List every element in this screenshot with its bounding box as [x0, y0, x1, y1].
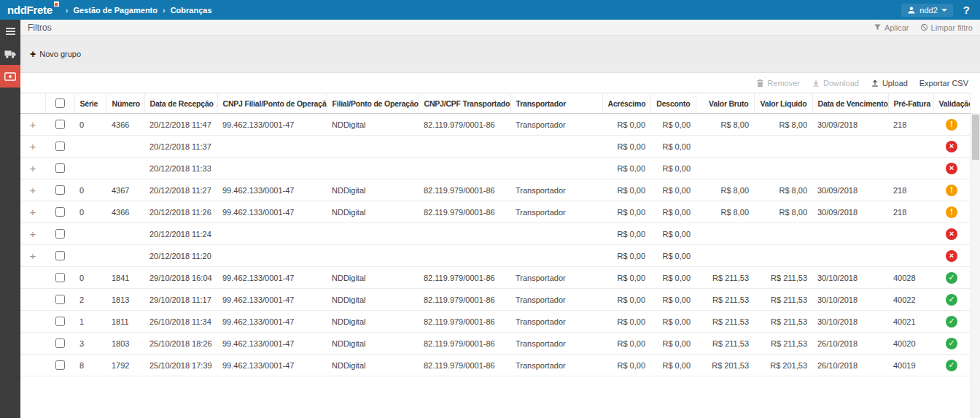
column-header-valor_liquido[interactable]: Valor Líquido	[754, 93, 812, 114]
cell-numero: 1811	[106, 311, 144, 333]
row-checkbox[interactable]	[55, 338, 65, 348]
row-checkbox[interactable]	[55, 360, 65, 370]
new-group-button[interactable]: + Novo grupo	[30, 49, 81, 59]
column-header-validacao[interactable]: Validação	[933, 93, 970, 114]
apply-filter-button[interactable]: Aplicar	[874, 23, 909, 32]
table-row[interactable]: +20/12/2018 11:24R$ 0,00R$ 0,00×	[20, 223, 970, 245]
table-row[interactable]: 3180325/10/2018 18:2699.462.133/0001-47N…	[20, 333, 970, 355]
column-header-acrescimo[interactable]: Acréscimo	[602, 93, 650, 114]
table-row[interactable]: +0436620/12/2018 11:4799.462.133/0001-47…	[20, 114, 970, 136]
breadcrumb: ›Gestão de Pagamento›Cobranças	[66, 6, 212, 15]
expand-row-button[interactable]: +	[30, 118, 36, 131]
download-icon	[812, 79, 820, 88]
filters-header: Filtros Aplicar Limpar filtro	[20, 20, 980, 36]
cell-validacao: ✓	[933, 333, 970, 355]
funnel-icon	[874, 23, 882, 31]
cell-cnpj_transportador: 82.119.979/0001-86	[419, 289, 510, 311]
cell-expand: +	[20, 245, 45, 267]
cell-filial: NDDigital	[327, 179, 419, 201]
column-header-recepcao[interactable]: Data de Recepção↓	[144, 93, 217, 114]
billing-table: SérieNúmeroData de Recepção↓CNPJ Filial/…	[20, 93, 971, 376]
cell-valor_bruto: R$ 211,53	[696, 311, 754, 333]
cell-numero: 4366	[106, 201, 144, 223]
table-row[interactable]: 2181329/10/2018 11:1799.462.133/0001-47N…	[20, 289, 970, 311]
table-row[interactable]: 0184129/10/2018 16:0499.462.133/0001-47N…	[20, 267, 970, 289]
column-header-desconto[interactable]: Desconto	[650, 93, 696, 114]
breadcrumb-item[interactable]: Cobranças	[171, 6, 212, 15]
status-error-icon: ×	[946, 163, 957, 174]
table-row[interactable]: 1181126/10/2018 11:3499.462.133/0001-47N…	[20, 311, 970, 333]
row-checkbox[interactable]	[55, 207, 65, 217]
expand-row-button[interactable]: +	[30, 140, 36, 152]
table-toolbar: Remover Download Upload Exportar CSV	[20, 73, 980, 93]
scrollbar-thumb[interactable]	[972, 115, 979, 160]
vertical-scrollbar[interactable]	[971, 113, 980, 418]
cell-serie: 8	[74, 355, 106, 376]
row-checkbox[interactable]	[55, 142, 65, 151]
table-row[interactable]: 8179225/10/2018 17:3999.462.133/0001-47N…	[20, 355, 970, 376]
export-csv-button[interactable]: Exportar CSV	[919, 79, 968, 88]
sidebar-menu-toggle[interactable]	[0, 20, 20, 42]
expand-row-button[interactable]: +	[30, 162, 36, 174]
expand-row-button[interactable]: +	[30, 228, 36, 240]
expand-row-button[interactable]: +	[30, 184, 36, 196]
column-header-serie[interactable]: Série	[74, 93, 106, 114]
select-all-checkbox[interactable]	[55, 98, 65, 108]
column-header-vencimento[interactable]: Data de Vencimento	[812, 93, 888, 114]
cell-transportador: Transportador	[510, 179, 602, 201]
row-checkbox[interactable]	[55, 295, 65, 304]
column-header-valor_bruto[interactable]: Valor Bruto	[696, 93, 754, 114]
brand-name: nddFrete	[7, 4, 52, 16]
table-row[interactable]: +0436720/12/2018 11:2799.462.133/0001-47…	[20, 179, 970, 201]
cell-desconto: R$ 0,00	[650, 223, 696, 245]
column-header-transportador[interactable]: Transportador	[510, 93, 602, 114]
cell-serie: 2	[74, 289, 106, 311]
cell-checkbox	[45, 114, 74, 136]
expand-row-button[interactable]: +	[30, 249, 36, 262]
row-checkbox[interactable]	[55, 273, 65, 282]
money-icon	[4, 72, 16, 81]
cell-vencimento: 30/10/2018	[812, 267, 888, 289]
sidebar-item-payments[interactable]	[0, 65, 20, 88]
cell-expand: +	[20, 158, 45, 179]
cell-transportador: Transportador	[510, 311, 602, 333]
table-row[interactable]: +20/12/2018 11:37R$ 0,00R$ 0,00×	[20, 136, 970, 158]
column-header-pre_fatura[interactable]: Pré-Fatura	[888, 93, 933, 114]
cell-pre_fatura: 218	[888, 179, 933, 201]
cell-desconto: R$ 0,00	[650, 311, 696, 333]
sidebar-item-freight[interactable]	[0, 42, 20, 65]
cell-cnpj_filial: 99.462.133/0001-47	[217, 179, 327, 201]
cell-acrescimo: R$ 0,00	[602, 355, 650, 376]
column-header-cnpj_transportador[interactable]: CNPJ/CPF Transportador	[419, 93, 510, 114]
filters-panel: + Novo grupo	[20, 36, 980, 73]
table-row[interactable]: +20/12/2018 11:20R$ 0,00R$ 0,00×	[20, 245, 970, 267]
table-row[interactable]: +20/12/2018 11:33R$ 0,00R$ 0,00×	[20, 158, 970, 179]
cell-serie: 1	[74, 311, 106, 333]
cell-cnpj_transportador	[419, 245, 510, 267]
user-menu[interactable]: ndd2	[901, 4, 952, 17]
row-checkbox[interactable]	[55, 251, 65, 260]
row-checkbox[interactable]	[55, 185, 65, 195]
cell-numero: 1792	[106, 355, 144, 376]
cell-filial: NDDigital	[327, 355, 419, 376]
help-button[interactable]: ?	[963, 4, 973, 16]
clear-filter-button[interactable]: Limpar filtro	[920, 23, 973, 32]
table-row[interactable]: +0436620/12/2018 11:2699.462.133/0001-47…	[20, 201, 970, 223]
column-header-cnpj_filial[interactable]: CNPJ Filial/Ponto de Operação	[217, 93, 327, 114]
breadcrumb-item[interactable]: Gestão de Pagamento	[73, 6, 158, 15]
row-checkbox[interactable]	[55, 120, 65, 129]
column-header-filial[interactable]: Filial/Ponto de Operação	[327, 93, 419, 114]
column-header-numero[interactable]: Número	[106, 93, 144, 114]
row-checkbox[interactable]	[55, 317, 65, 326]
upload-button[interactable]: Upload	[871, 79, 908, 88]
download-button[interactable]: Download	[812, 79, 859, 88]
cell-transportador	[510, 223, 602, 245]
row-checkbox[interactable]	[55, 163, 65, 173]
expand-row-button[interactable]: +	[30, 206, 36, 218]
cell-pre_fatura: 40028	[888, 267, 933, 289]
remove-button[interactable]: Remover	[756, 79, 800, 88]
app-logo[interactable]: nddFrete	[7, 4, 52, 16]
row-checkbox[interactable]	[55, 229, 65, 239]
cell-cnpj_transportador	[419, 158, 510, 179]
cell-valor_liquido: R$ 211,53	[754, 267, 812, 289]
